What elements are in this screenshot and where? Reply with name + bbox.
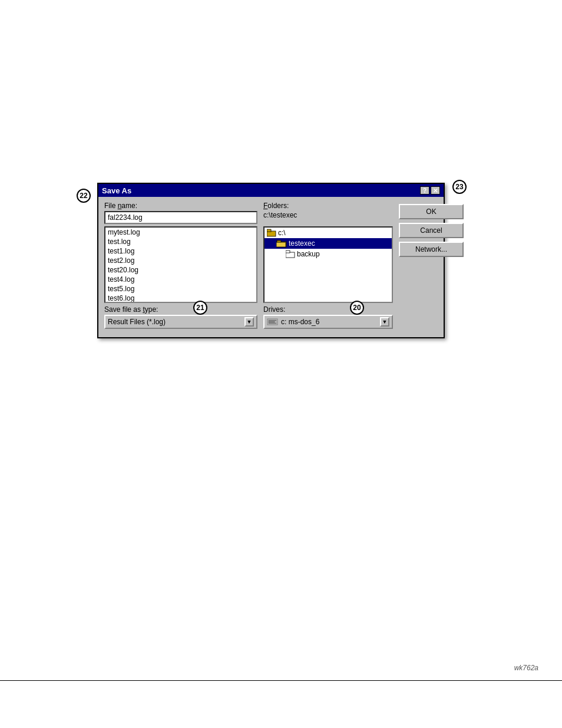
drives-arrow[interactable]: ▼ [380,317,389,327]
cancel-button[interactable]: Cancel [399,223,464,238]
list-item[interactable]: test4.log [105,275,256,284]
close-button[interactable]: ✕ [431,186,440,195]
svg-rect-4 [276,242,286,247]
dialog-titlebar: Save As ? ✕ [98,184,444,197]
save-as-dialog: Save As ? ✕ File name: Folders: c:\teste… [97,183,445,338]
annotation-22: 22 [77,189,91,203]
svg-point-9 [275,321,277,323]
folder-item-backup[interactable]: backup [265,249,392,259]
list-item[interactable]: test1.log [105,246,256,256]
list-item[interactable]: test6.log [105,294,256,303]
dialog-content: File name: Folders: c:\testexec OK Cance… [98,197,444,337]
save-type-section: Save file as type: Result Files (*.log) … [104,305,257,329]
folders-path: c:\testexec [263,211,393,219]
page: Save As ? ✕ File name: Folders: c:\teste… [0,0,562,728]
svg-rect-3 [277,241,281,242]
network-button[interactable]: Network... [399,242,464,257]
save-type-value: Result Files (*.log) [108,318,166,326]
file-name-input[interactable] [104,211,257,224]
folders-tree-container: c:\ testexec [263,226,393,303]
file-list[interactable]: mytest.log test.log test1.log test2.log … [104,226,257,303]
drives-value: c: ms-dos_6 [281,318,319,326]
list-item[interactable]: test5.log [105,284,256,294]
dialog-title: Save As [102,186,131,195]
file-name-label: File name: [104,202,257,210]
ok-button[interactable]: OK [399,204,464,219]
svg-rect-6 [286,251,290,253]
folder-open-icon [276,239,287,248]
folders-label: Folders: [263,202,393,210]
list-item[interactable]: mytest.log [105,228,256,237]
save-type-label: Save file as type: [104,305,257,314]
file-list-container: mytest.log test.log test1.log test2.log … [104,226,257,303]
drives-section: Drives: c: ms-dos_6 ▼ [263,305,393,329]
annotation-21: 21 [193,301,207,315]
help-button[interactable]: ? [420,186,429,195]
save-type-dropdown[interactable]: Result Files (*.log) ▼ [104,315,257,329]
drives-dropdown[interactable]: c: ms-dos_6 ▼ [263,315,393,329]
folder-item-testexec[interactable]: testexec [265,238,392,249]
folders-section-header: Folders: c:\testexec [263,202,393,224]
bottom-rule [0,680,562,681]
list-item[interactable]: test2.log [105,256,256,265]
annotation-20: 20 [350,301,364,315]
annotation-23: 23 [452,180,467,194]
drives-label: Drives: [263,305,393,314]
file-name-section: File name: [104,202,257,224]
folders-list[interactable]: c:\ testexec [263,226,393,303]
folder-closed-icon [286,250,295,258]
svg-rect-1 [267,229,271,232]
drive-icon [267,318,279,326]
folder-item-root[interactable]: c:\ [265,228,392,238]
titlebar-buttons: ? ✕ [420,186,440,195]
list-item[interactable]: test.log [105,237,256,246]
save-type-arrow[interactable]: ▼ [244,317,254,327]
list-item[interactable]: test20.log [105,265,256,275]
watermark-label: wk762a [514,664,538,672]
folder-closed-icon [267,229,276,237]
buttons-area: OK Cancel Network... [399,202,470,329]
